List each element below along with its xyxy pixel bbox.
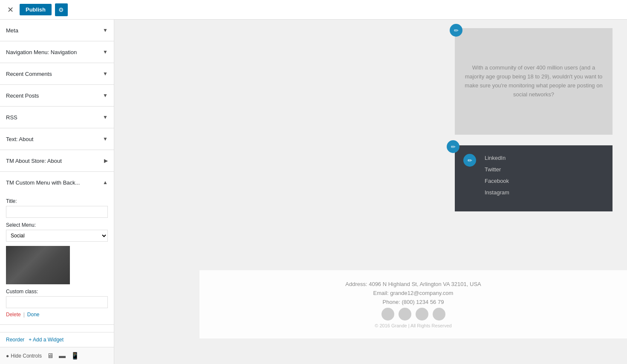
footer-phone: Phone: (800) 1234 56 79 — [383, 299, 444, 305]
publish-button[interactable]: Publish — [20, 4, 52, 15]
widget-text-about-header[interactable]: Text: About ▼ — [0, 128, 114, 150]
widget-rss-header[interactable]: RSS ▼ — [0, 107, 114, 128]
select-menu-label: Select Menu: — [6, 222, 108, 228]
gear-icon: ⚙ — [58, 6, 64, 13]
pencil-icon-2: ✏ — [451, 144, 456, 150]
widget-text-about-title: Text: About — [6, 136, 33, 142]
widget-navigation-menu-header[interactable]: Navigation Menu: Navigation ▼ — [0, 41, 114, 63]
widget-recent-comments-header[interactable]: Recent Comments ▼ — [0, 63, 114, 84]
widget-tm-about-store-arrow: ▶ — [104, 158, 108, 164]
widget-recent-posts: Recent Posts ▼ — [0, 85, 114, 107]
footer-icon-1 — [381, 308, 394, 321]
widget-recent-posts-arrow: ▼ — [103, 92, 108, 98]
widget-text-about: Text: About ▼ — [0, 128, 114, 150]
done-link[interactable]: Done — [27, 312, 40, 318]
widget-meta-header[interactable]: Meta ▼ — [0, 20, 114, 41]
widget-thumbnail — [6, 246, 70, 284]
footer-icon-4 — [433, 308, 445, 321]
widget-recent-comments-arrow: ▼ — [103, 71, 108, 77]
eye-icon: ● — [6, 353, 9, 359]
preview-text-1: With a community of over 400 million use… — [455, 55, 613, 107]
desktop-view-button[interactable]: 🖥 — [47, 352, 54, 360]
widget-navigation-menu-title: Navigation Menu: Navigation — [6, 49, 77, 55]
menu-item-facebook: Facebook — [485, 175, 509, 187]
widget-rss: RSS ▼ — [0, 107, 114, 128]
thumbnail-image — [6, 246, 70, 284]
title-field-label: Title: — [6, 198, 108, 204]
menu-item-linkedin: LinkedIn — [485, 152, 509, 164]
select-menu-dropdown[interactable]: Social Navigation Footer — [6, 230, 108, 242]
widget-actions: Delete | Done — [6, 312, 108, 318]
widget-tm-custom-menu-arrow: ▲ — [103, 179, 108, 185]
widget-recent-posts-title: Recent Posts — [6, 92, 39, 99]
menu-item-instagram: Instagram — [485, 187, 509, 198]
preview-block-dark: ✏ LinkedIn Twitter Facebook Instagram — [455, 145, 613, 211]
widget-tm-custom-menu-body: Title: Select Menu: Social Navigation Fo… — [0, 193, 114, 324]
widget-recent-comments-title: Recent Comments — [6, 71, 52, 77]
hide-controls-label: Hide Controls — [11, 353, 42, 359]
widget-meta-title: Meta — [6, 27, 18, 34]
footer-email-label: Email: — [373, 290, 390, 296]
widget-tm-custom-menu-header[interactable]: TM Custom Menu with Back... ▲ — [0, 172, 114, 193]
widget-navigation-menu-arrow: ▼ — [103, 49, 108, 55]
widget-tm-custom-menu: TM Custom Menu with Back... ▲ Title: Sel… — [0, 172, 114, 325]
custom-class-input[interactable] — [6, 296, 108, 308]
footer-icons — [381, 308, 445, 321]
sidebar-scroll[interactable]: Meta ▼ Navigation Menu: Navigation ▼ Rec… — [0, 20, 114, 332]
footer-copyright: © 2016 Grande | All Rights Reserved — [375, 323, 451, 328]
widget-recent-posts-header[interactable]: Recent Posts ▼ — [0, 85, 114, 106]
widget-tm-about-store-header[interactable]: TM About Store: About ▶ — [0, 150, 114, 171]
footer-address: Address: 4096 N Highland St, Arlington V… — [345, 281, 481, 287]
menu-item-twitter: Twitter — [485, 164, 509, 175]
custom-class-label: Custom class: — [6, 289, 108, 295]
footer-preview: Address: 4096 N Highland St, Arlington V… — [199, 270, 627, 338]
widget-text-about-arrow: ▼ — [103, 136, 108, 142]
hide-controls-button[interactable]: ● Hide Controls — [6, 353, 42, 359]
desktop-icon: 🖥 — [47, 352, 54, 359]
tablet-icon: ▬ — [59, 352, 66, 359]
delete-link[interactable]: Delete — [6, 312, 21, 318]
pencil-icon-1: ✏ — [454, 27, 459, 34]
title-input[interactable] — [6, 206, 108, 218]
widget-recent-comments: Recent Comments ▼ — [0, 63, 114, 85]
main-layout: Meta ▼ Navigation Menu: Navigation ▼ Rec… — [0, 20, 627, 364]
edit-button-block2[interactable]: ✏ — [447, 140, 459, 153]
widget-rss-arrow: ▼ — [103, 114, 108, 120]
widget-tm-about-store: TM About Store: About ▶ — [0, 150, 114, 172]
sidebar: Meta ▼ Navigation Menu: Navigation ▼ Rec… — [0, 20, 114, 364]
footer-icon-3 — [416, 308, 428, 321]
gear-button[interactable]: ⚙ — [55, 3, 68, 16]
close-icon: ✕ — [7, 5, 14, 14]
close-button[interactable]: ✕ — [4, 4, 16, 16]
widget-navigation-menu: Navigation Menu: Navigation ▼ — [0, 41, 114, 63]
widget-tm-custom-menu-title: TM Custom Menu with Back... — [6, 179, 80, 186]
widget-rss-title: RSS — [6, 114, 17, 121]
dark-menu-list: LinkedIn Twitter Facebook Instagram — [485, 152, 509, 198]
footer-email: Email: grande12@company.com — [373, 290, 454, 296]
footer-phone-value: (800) 1234 56 79 — [402, 299, 444, 305]
footer-phone-label: Phone: — [383, 299, 402, 305]
mobile-icon: 📱 — [71, 352, 79, 359]
footer-icon-2 — [399, 308, 411, 321]
edit-button-block1[interactable]: ✏ — [450, 24, 462, 37]
widget-tm-about-store-title: TM About Store: About — [6, 158, 62, 164]
preview-area: ✏ With a community of over 400 million u… — [114, 20, 627, 364]
action-separator: | — [23, 312, 25, 318]
inner-edit-icon: ✏ — [463, 154, 476, 167]
widget-meta: Meta ▼ — [0, 20, 114, 41]
widget-meta-arrow: ▼ — [103, 27, 108, 33]
mobile-view-button[interactable]: 📱 — [71, 352, 79, 360]
device-bar: ● Hide Controls 🖥 ▬ 📱 — [0, 347, 114, 364]
top-bar: ✕ Publish ⚙ — [0, 0, 627, 20]
sidebar-bottom: Reorder + Add a Widget — [0, 332, 114, 347]
footer-email-value: grande12@company.com — [390, 290, 453, 296]
tablet-view-button[interactable]: ▬ — [59, 352, 66, 360]
reorder-button[interactable]: Reorder — [6, 337, 24, 343]
add-widget-button[interactable]: + Add a Widget — [29, 337, 64, 343]
preview-block-gray: With a community of over 400 million use… — [455, 28, 613, 135]
